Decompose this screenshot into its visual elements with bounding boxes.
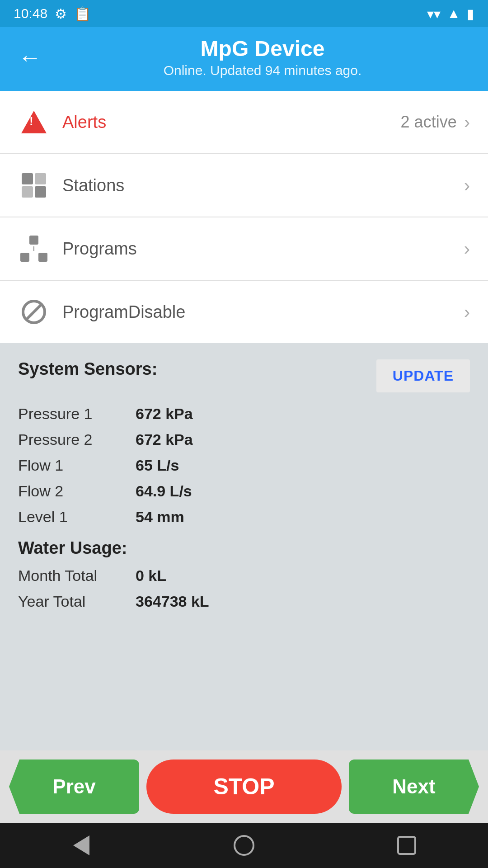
alerts-label: Alerts xyxy=(62,113,401,132)
alert-icon-wrapper xyxy=(18,106,50,138)
nav-recents-button[interactable] xyxy=(393,832,420,859)
stop-button[interactable]: STOP xyxy=(146,760,342,814)
sensor-label-flow2: Flow 2 xyxy=(18,482,136,500)
sensor-label-pressure2: Pressure 2 xyxy=(18,431,136,448)
sensor-row-flow2: Flow 2 64.9 L/s xyxy=(18,482,470,500)
alerts-menu-item[interactable]: Alerts 2 active › xyxy=(0,91,488,154)
program-disable-label: ProgramDisable xyxy=(62,302,464,322)
nav-back-button[interactable] xyxy=(68,832,95,859)
programs-tree-icon xyxy=(20,236,47,262)
water-usage-rows: Month Total 0 kL Year Total 364738 kL xyxy=(18,567,470,610)
nav-recents-icon xyxy=(397,836,416,855)
alerts-chevron-icon: › xyxy=(464,112,470,132)
stations-grid-icon xyxy=(22,173,46,198)
program-disable-chevron-icon: › xyxy=(464,302,470,322)
signal-icon: ▲ xyxy=(447,6,460,21)
sensor-value-pressure1: 672 kPa xyxy=(136,405,193,423)
sensor-label-pressure1: Pressure 1 xyxy=(18,405,136,423)
sensor-label-month-total: Month Total xyxy=(18,567,136,585)
nav-back-icon xyxy=(73,835,89,855)
alerts-badge: 2 active xyxy=(401,113,457,132)
page-title: MpG Device xyxy=(201,36,325,61)
sensor-label-flow1: Flow 1 xyxy=(18,457,136,474)
sensor-value-level1: 54 mm xyxy=(136,508,184,526)
status-time: 10:48 xyxy=(14,6,47,21)
battery-icon: ▮ xyxy=(467,6,474,22)
sensors-title: System Sensors: xyxy=(18,359,157,379)
page-subtitle: Online. Updated 94 minutes ago. xyxy=(164,63,362,78)
sensor-row-pressure1: Pressure 1 672 kPa xyxy=(18,405,470,423)
sensor-row-pressure2: Pressure 2 672 kPa xyxy=(18,431,470,448)
sensor-row-year-total: Year Total 364738 kL xyxy=(18,593,470,610)
wifi-icon: ▾▾ xyxy=(427,6,441,22)
sensor-value-flow2: 64.9 L/s xyxy=(136,482,192,500)
sensor-value-year-total: 364738 kL xyxy=(136,593,209,610)
water-usage-title: Water Usage: xyxy=(18,538,470,558)
sensor-value-flow1: 65 L/s xyxy=(136,457,179,474)
sensor-row-flow1: Flow 1 65 L/s xyxy=(18,457,470,474)
sensor-row-month-total: Month Total 0 kL xyxy=(18,567,470,585)
sensor-value-month-total: 0 kL xyxy=(136,567,166,585)
programs-chevron-icon: › xyxy=(464,239,470,259)
sensor-label-level1: Level 1 xyxy=(18,508,136,526)
prev-button[interactable]: Prev xyxy=(9,760,139,814)
nav-home-button[interactable] xyxy=(230,832,258,859)
sensor-row-level1: Level 1 54 mm xyxy=(18,508,470,526)
program-disable-menu-item[interactable]: ProgramDisable › xyxy=(0,281,488,343)
alert-triangle-icon xyxy=(21,111,47,133)
bottom-nav: Prev STOP Next xyxy=(0,750,488,823)
disable-circle-icon xyxy=(22,300,46,324)
clipboard-icon: 📋 xyxy=(74,6,91,22)
sensor-value-pressure2: 672 kPa xyxy=(136,431,193,448)
back-button[interactable]: ← xyxy=(18,44,42,71)
programs-icon-wrapper xyxy=(18,233,50,264)
stations-label: Stations xyxy=(62,176,464,195)
programs-label: Programs xyxy=(62,239,464,259)
header: ← MpG Device Online. Updated 94 minutes … xyxy=(0,27,488,91)
update-button[interactable]: UPDATE xyxy=(376,359,470,392)
stations-icon-wrapper xyxy=(18,170,50,201)
disable-icon-wrapper xyxy=(18,296,50,328)
stations-chevron-icon: › xyxy=(464,175,470,196)
menu-section: Alerts 2 active › Stations › Programs › xyxy=(0,91,488,343)
stations-menu-item[interactable]: Stations › xyxy=(0,154,488,217)
sensor-label-year-total: Year Total xyxy=(18,593,136,610)
next-button[interactable]: Next xyxy=(349,760,479,814)
sensor-rows: Pressure 1 672 kPa Pressure 2 672 kPa Fl… xyxy=(18,405,470,526)
system-nav-bar xyxy=(0,823,488,868)
status-bar: 10:48 ⚙ 📋 ▾▾ ▲ ▮ xyxy=(0,0,488,27)
settings-icon: ⚙ xyxy=(55,6,67,22)
nav-home-icon xyxy=(234,835,254,856)
sensors-section: System Sensors: UPDATE Pressure 1 672 kP… xyxy=(0,343,488,750)
programs-menu-item[interactable]: Programs › xyxy=(0,217,488,280)
